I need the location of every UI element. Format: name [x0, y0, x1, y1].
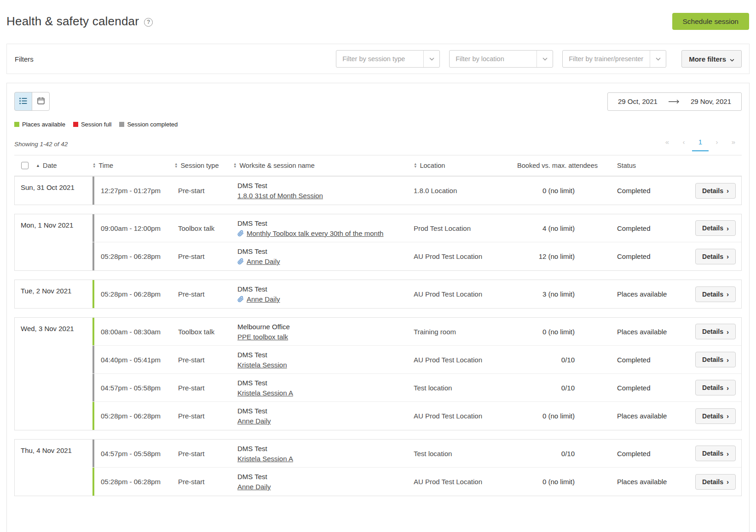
session-name-row: Anne Daily	[237, 417, 414, 425]
prev-page-button[interactable]: ‹	[675, 135, 692, 151]
location-filter-select[interactable]: Filter by location	[449, 50, 553, 68]
next-page-button[interactable]: ›	[709, 135, 725, 151]
time-column-header[interactable]: ▲▼ Time	[92, 162, 174, 169]
worksite-cell: DMS Test1.8.0 31st of Month Session	[233, 182, 414, 200]
legend-label: Session completed	[127, 121, 178, 128]
session-type: Pre-start	[174, 384, 233, 392]
group-date-label: Tue, 2 Nov 2021	[15, 280, 92, 308]
chevron-down-icon	[730, 55, 734, 63]
session-name-row: Monthly Toolbox talk every 30th of the m…	[237, 229, 414, 237]
details-button[interactable]: Details›	[695, 183, 736, 199]
filters-bar: Filters Filter by session type Filter by…	[6, 44, 750, 74]
page-number-button[interactable]: 1	[692, 135, 709, 151]
session-time: 05:28pm - 06:28pm	[94, 478, 174, 486]
details-button[interactable]: Details›	[695, 380, 736, 395]
more-filters-label: More filters	[689, 55, 726, 63]
details-button-label: Details	[702, 291, 723, 298]
session-name-link[interactable]: Monthly Toolbox talk every 30th of the m…	[247, 229, 383, 237]
last-page-button[interactable]: »	[725, 135, 742, 151]
details-button-label: Details	[702, 384, 723, 391]
session-name-row: Anne Daily	[237, 257, 414, 265]
session-row: 04:40pm - 05:41pmPre-startDMS TestKriste…	[92, 346, 741, 374]
details-cell: Details›	[685, 324, 741, 339]
details-button[interactable]: Details›	[695, 249, 736, 264]
more-filters-button[interactable]: More filters	[681, 50, 742, 68]
location-column-header[interactable]: ▲▼ Location	[414, 162, 511, 169]
booked-count: 4 (no limit)	[511, 224, 601, 232]
details-button[interactable]: Details›	[695, 352, 736, 367]
session-location: AU Prod Test Location	[414, 290, 511, 298]
calendar-view-button[interactable]	[32, 92, 50, 111]
details-button[interactable]: Details›	[695, 446, 736, 461]
session-name-link[interactable]: Anne Daily	[247, 295, 280, 303]
session-location: 1.8.0 Location	[414, 187, 511, 194]
date-column-header[interactable]: ▲ Date	[33, 162, 92, 169]
status-text: Places available	[601, 412, 685, 420]
session-time: 08:00am - 08:30am	[94, 328, 174, 336]
details-cell: Details›	[685, 408, 741, 424]
session-type: Pre-start	[174, 412, 233, 420]
places-available-swatch	[14, 122, 19, 127]
session-name-link[interactable]: 1.8.0 31st of Month Session	[237, 192, 323, 200]
worksite-cell: DMS TestAnne Daily	[233, 247, 414, 265]
paperclip-icon	[237, 258, 244, 265]
details-button[interactable]: Details›	[695, 324, 736, 339]
status-text: Places available	[601, 328, 685, 336]
worksite-cell: DMS TestKristela Session A	[233, 379, 414, 397]
sort-asc-icon: ▲	[36, 163, 40, 168]
session-row: 05:28pm - 06:28pmPre-startDMS TestAnne D…	[92, 280, 741, 308]
worksite-name: DMS Test	[237, 351, 414, 359]
details-button[interactable]: Details›	[695, 474, 736, 490]
worksite-cell: DMS TestMonthly Toolbox talk every 30th …	[233, 219, 414, 237]
session-row: 05:28pm - 06:28pmPre-startDMS TestAnne D…	[92, 468, 741, 496]
details-button[interactable]: Details›	[695, 286, 736, 302]
date-range-picker[interactable]: 29 Oct, 2021 29 Nov, 2021	[607, 92, 742, 111]
schedule-session-button[interactable]: Schedule session	[672, 13, 750, 30]
session-name-link[interactable]: Kristela Session A	[237, 455, 293, 463]
session-row: 12:27pm - 01:27pmPre-startDMS Test1.8.0 …	[92, 177, 741, 205]
group-rows: 12:27pm - 01:27pmPre-startDMS Test1.8.0 …	[92, 177, 741, 205]
session-type-column-header[interactable]: ▲▼ Session type	[174, 162, 233, 169]
status-text: Places available	[601, 478, 685, 486]
legend-item: Session completed	[119, 121, 178, 128]
session-name-link[interactable]: Anne Daily	[247, 257, 280, 265]
session-name-link[interactable]: Kristela Session	[237, 361, 287, 369]
calendar-panel: 29 Oct, 2021 29 Nov, 2021 Places availab…	[6, 83, 750, 532]
session-name-link[interactable]: PPE toolbox talk	[237, 333, 288, 341]
first-page-button[interactable]: «	[659, 135, 675, 151]
session-time: 12:27pm - 01:27pm	[94, 187, 174, 194]
booked-count: 12 (no limit)	[511, 252, 601, 260]
worksite-column-header[interactable]: ▲▼ Worksite & session name	[233, 162, 414, 169]
sort-icon: ▲▼	[92, 163, 96, 169]
booked-count: 0 (no limit)	[511, 187, 601, 194]
session-row: 05:28pm - 06:28pmPre-startDMS TestAnne D…	[92, 402, 741, 430]
list-view-button[interactable]	[14, 92, 32, 111]
session-location: Test location	[414, 384, 511, 392]
session-time: 05:28pm - 06:28pm	[94, 252, 174, 260]
session-type: Pre-start	[174, 478, 233, 486]
worksite-name: DMS Test	[237, 182, 414, 189]
calendar-icon	[37, 97, 45, 106]
group-date-label: Wed, 3 Nov 2021	[15, 318, 92, 430]
session-name-row: Kristela Session	[237, 361, 414, 369]
session-name-link[interactable]: Anne Daily	[237, 417, 271, 425]
details-button[interactable]: Details›	[695, 408, 736, 424]
date-group: Mon, 1 Nov 202109:00am - 12:00pmToolbox …	[14, 214, 742, 271]
trainer-filter-select[interactable]: Filter by trainer/presenter	[562, 50, 666, 68]
session-location: AU Prod Test Location	[414, 356, 511, 364]
session-location: Prod Test Location	[414, 224, 511, 232]
details-button[interactable]: Details›	[695, 220, 736, 236]
group-rows: 05:28pm - 06:28pmPre-startDMS TestAnne D…	[92, 280, 741, 308]
select-all-checkbox[interactable]	[21, 162, 29, 169]
session-time: 09:00am - 12:00pm	[94, 224, 174, 232]
worksite-name: DMS Test	[237, 219, 414, 227]
session-name-link[interactable]: Kristela Session A	[237, 389, 293, 397]
sort-icon: ▲▼	[174, 163, 178, 169]
session-name-link[interactable]: Anne Daily	[237, 483, 271, 491]
session-type-filter-select[interactable]: Filter by session type	[336, 50, 440, 68]
view-toggle	[14, 92, 50, 111]
chevron-right-icon: ›	[727, 225, 729, 232]
location-column-label: Location	[420, 162, 445, 169]
help-icon[interactable]: ?	[144, 18, 153, 27]
session-time: 04:57pm - 05:58pm	[94, 384, 174, 392]
